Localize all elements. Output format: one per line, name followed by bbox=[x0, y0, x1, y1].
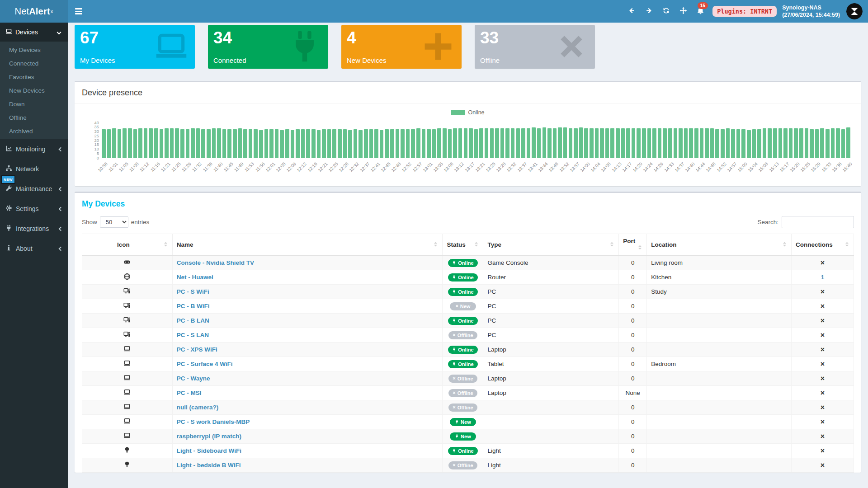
page-length-control: Show 50 entries bbox=[82, 216, 149, 228]
move-layout-button[interactable] bbox=[675, 0, 692, 23]
device-name-link[interactable]: raspberrypi (IP match) bbox=[177, 433, 241, 440]
delete-connection-button[interactable]: × bbox=[821, 461, 825, 469]
presence-bar bbox=[726, 128, 730, 158]
device-name-link[interactable]: PC - MSI bbox=[177, 389, 202, 396]
delete-connection-button[interactable]: × bbox=[821, 259, 825, 267]
presence-bar bbox=[170, 128, 174, 158]
device-location bbox=[647, 458, 792, 473]
chevron-left-icon bbox=[59, 246, 63, 251]
delete-connection-button[interactable]: × bbox=[821, 288, 825, 296]
delete-connection-button[interactable]: × bbox=[821, 302, 825, 310]
presence-bar bbox=[364, 129, 368, 158]
sidebar-subitem-favorites[interactable]: Favorites bbox=[0, 70, 68, 84]
delete-connection-button[interactable]: × bbox=[821, 389, 825, 397]
presence-bar bbox=[505, 128, 509, 158]
plug-icon bbox=[452, 319, 456, 323]
sidebar-item-monitoring[interactable]: Monitoring bbox=[0, 139, 68, 159]
column-header-location[interactable]: Location bbox=[647, 234, 792, 256]
delete-connection-button[interactable]: × bbox=[821, 346, 825, 353]
presence-chart: Online 0510152025303540 10:5611:0111:051… bbox=[75, 104, 861, 186]
device-name-link[interactable]: Light - bedside B WiFi bbox=[177, 462, 241, 469]
plugins-status-badge[interactable]: Plugins: INTRNT bbox=[712, 6, 777, 17]
presence-bar bbox=[768, 128, 772, 158]
presence-bar bbox=[359, 130, 363, 158]
device-name-link[interactable]: Net - Huawei bbox=[177, 274, 213, 281]
delete-connection-button[interactable]: × bbox=[821, 447, 825, 455]
avatar[interactable] bbox=[846, 3, 863, 19]
delete-connection-button[interactable]: × bbox=[821, 432, 825, 440]
summary-card-offline[interactable]: 33Offline bbox=[475, 25, 595, 69]
status-text: Online bbox=[458, 260, 473, 266]
sidebar-subitem-archived[interactable]: Archived bbox=[0, 124, 68, 138]
back-button[interactable] bbox=[623, 0, 640, 23]
device-name-link[interactable]: PC - B WiFi bbox=[177, 303, 210, 310]
device-type: Router bbox=[483, 270, 619, 285]
presence-bar bbox=[621, 128, 625, 158]
search-input[interactable] bbox=[782, 216, 854, 228]
y-tick-label: 10 bbox=[94, 147, 99, 151]
plug-icon bbox=[5, 225, 16, 233]
presence-bar bbox=[747, 130, 751, 158]
summary-card-connected[interactable]: 34Connected bbox=[208, 25, 328, 69]
card-label: My Devices bbox=[80, 56, 115, 64]
presence-bar bbox=[474, 129, 478, 158]
device-name-link[interactable]: PC - S WiFi bbox=[177, 288, 209, 295]
sidebar-toggle-button[interactable] bbox=[68, 0, 90, 23]
presence-bar bbox=[427, 129, 431, 158]
device-name-link[interactable]: PC - Surface 4 WiFi bbox=[177, 361, 233, 367]
sidebar-item-about[interactable]: About bbox=[0, 239, 68, 258]
device-type: Laptop bbox=[483, 386, 619, 400]
column-header-status[interactable]: Status bbox=[443, 234, 483, 256]
delete-connection-button[interactable]: × bbox=[821, 404, 825, 411]
device-location: Kitchen bbox=[647, 270, 792, 285]
sidebar-subitem-offline[interactable]: Offline bbox=[0, 111, 68, 124]
table-row: PC - S work Daniels-MBPNew0× bbox=[82, 415, 854, 429]
sidebar-item-settings[interactable]: Settings bbox=[0, 199, 68, 219]
device-name-link[interactable]: PC - S work Daniels-MBP bbox=[177, 418, 250, 425]
delete-connection-button[interactable]: × bbox=[821, 418, 825, 426]
device-name-link[interactable]: Light - Sideboard WiFi bbox=[177, 447, 241, 454]
device-name-link[interactable]: PC - S LAN bbox=[177, 332, 209, 338]
column-header-port[interactable]: Port bbox=[619, 234, 647, 256]
device-name-link[interactable]: PC - XPS WiFi bbox=[177, 346, 217, 353]
presence-bar bbox=[605, 128, 609, 158]
device-name-link[interactable]: PC - B LAN bbox=[177, 317, 209, 324]
plug-icon bbox=[452, 449, 456, 453]
arrow-left-icon bbox=[628, 7, 636, 16]
forward-button[interactable] bbox=[640, 0, 657, 23]
presence-bar bbox=[191, 128, 195, 158]
refresh-button[interactable] bbox=[657, 0, 675, 23]
status-text: Offline bbox=[458, 405, 473, 410]
column-header-name[interactable]: Name bbox=[172, 234, 443, 256]
chart-legend[interactable]: Online bbox=[85, 108, 851, 117]
device-port: 0 bbox=[619, 256, 647, 270]
laptop-icon bbox=[123, 434, 131, 441]
sidebar-subitem-connected[interactable]: Connected bbox=[0, 56, 68, 70]
summary-card-my-devices[interactable]: 67My Devices bbox=[75, 25, 195, 69]
page-length-select[interactable]: 50 bbox=[100, 216, 128, 228]
device-name-link[interactable]: Console - Nvidia Shield TV bbox=[177, 259, 254, 266]
column-header-type[interactable]: Type bbox=[483, 234, 619, 256]
sidebar-subitem-down[interactable]: Down bbox=[0, 97, 68, 111]
app-logo[interactable]: NetAlertx bbox=[0, 0, 68, 23]
sidebar-subitem-my-devices[interactable]: My Devices bbox=[0, 43, 68, 56]
notifications-button[interactable]: 15 bbox=[692, 0, 709, 23]
delete-connection-button[interactable]: × bbox=[821, 360, 825, 368]
device-name-link[interactable]: PC - Wayne bbox=[177, 375, 210, 382]
sidebar-subitem-new-devices[interactable]: New Devices bbox=[0, 84, 68, 97]
delete-connection-button[interactable]: × bbox=[821, 317, 825, 324]
connections-count-link[interactable]: 1 bbox=[821, 274, 825, 281]
column-header-icon[interactable]: Icon bbox=[82, 234, 173, 256]
desktop-icon bbox=[123, 333, 131, 339]
sidebar-item-integrations[interactable]: Integrations bbox=[0, 219, 68, 239]
column-header-connections[interactable]: Connections bbox=[791, 234, 854, 256]
laptop-icon bbox=[123, 390, 131, 397]
device-name-link[interactable]: null (camera?) bbox=[177, 404, 218, 411]
y-tick-label: 5 bbox=[97, 151, 99, 156]
sidebar-item-devices[interactable]: Devices bbox=[0, 23, 68, 42]
status-badge: New bbox=[450, 432, 476, 441]
delete-connection-button[interactable]: × bbox=[821, 331, 825, 339]
sidebar-item-maintenance[interactable]: NEWMaintenance bbox=[0, 179, 68, 199]
summary-card-new-devices[interactable]: 4New Devices bbox=[341, 25, 462, 69]
delete-connection-button[interactable]: × bbox=[821, 375, 825, 382]
